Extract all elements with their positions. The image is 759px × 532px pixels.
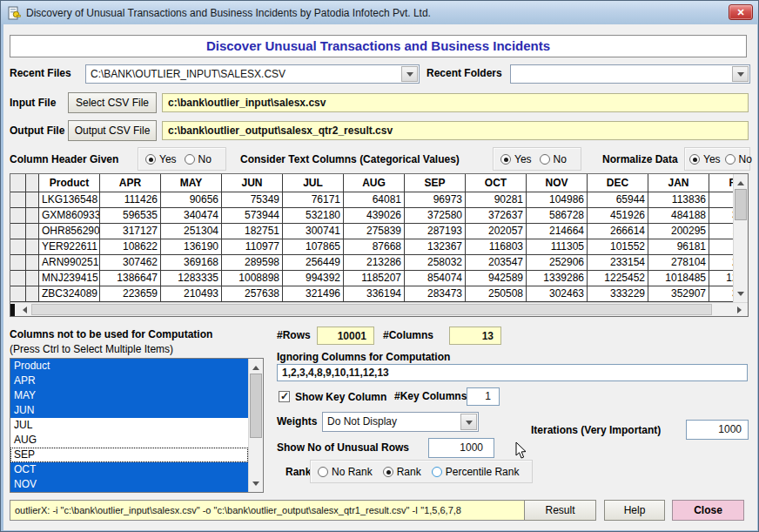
grid-cell[interactable]: 96181 [648,239,709,255]
grid-cell[interactable]: 1283335 [161,271,222,286]
list-item-nov[interactable]: NOV [10,477,248,492]
list-item-jul[interactable]: JUL [10,418,248,433]
grid-horizontal-scrollbar[interactable] [10,302,748,316]
grid-cell[interactable]: 317127 [100,224,161,239]
row-selector[interactable] [26,192,39,208]
grid-cell[interactable]: 369168 [161,255,222,271]
grid-cell[interactable]: 484188 [648,208,709,224]
scrollbar-thumb[interactable] [735,189,747,220]
grid-cell[interactable]: 532180 [283,208,344,224]
grid-cell[interactable]: 352907 [648,286,709,302]
grid-cell[interactable]: 275839 [344,224,405,239]
list-item-oct[interactable]: OCT [10,462,248,477]
grid-cell[interactable]: 1339286 [527,271,588,286]
grid-cell[interactable]: 203547 [466,255,527,271]
grid-cell[interactable]: 257638 [222,286,283,302]
grid-cell[interactable]: 573944 [222,208,283,224]
radio-yes[interactable]: Yes [689,153,721,165]
grid-cell[interactable]: 439026 [344,208,405,224]
scroll-down-icon[interactable] [734,288,748,302]
chevron-down-icon[interactable] [732,66,749,82]
grid-cell[interactable]: 258032 [405,255,466,271]
grid-cell[interactable]: 223659 [100,286,161,302]
radio-button-icon[interactable] [540,154,550,165]
unusual-rows-input[interactable]: 1000 [428,438,494,458]
radio-button-icon[interactable] [725,154,735,165]
recent-folders-combobox[interactable] [510,64,750,84]
radio-button-icon[interactable] [689,154,700,165]
grid-cell[interactable]: 289598 [222,255,283,271]
grid-cell[interactable]: 233154 [588,255,648,271]
grid-cell[interactable]: 213286 [344,255,405,271]
ignoring-columns-input[interactable]: 1,2,3,4,8,9,10,11,12,13 [277,364,748,381]
scroll-up-icon[interactable] [249,359,263,373]
grid-cell[interactable]: 90656 [161,192,222,208]
grid-cell[interactable]: 266614 [588,224,648,239]
help-button[interactable]: Help [604,500,665,521]
radio-yes[interactable]: Yes [145,153,177,165]
scrollbar-thumb[interactable] [250,374,262,438]
grid-cell[interactable]: 200295 [648,224,709,239]
grid-cell[interactable]: 372580 [405,208,466,224]
input-file-field[interactable]: c:\bank\outlier_input\salesx.csv [162,93,749,112]
list-item-may[interactable]: MAY [10,388,248,403]
show-key-column-checkbox[interactable] [279,391,290,402]
scroll-up-icon[interactable] [734,174,748,188]
key-columns-count-input[interactable]: 1 [467,387,500,406]
grid-cell[interactable]: 302463 [527,286,588,302]
grid-cell[interactable]: 287193 [405,224,466,239]
grid-cell[interactable]: 64081 [344,192,405,208]
grid-cell[interactable]: 854074 [405,271,466,286]
grid-cell[interactable]: 75349 [222,192,283,208]
grid-cell[interactable]: 90281 [466,192,527,208]
window-close-button[interactable]: ✕ [729,4,753,20]
data-grid[interactable]: ProductAPRMAYJUNJULAUGSEPOCTNOVDECJANFEB… [10,173,749,317]
output-csv-file-button[interactable]: Output CSV File [68,120,157,141]
radio-button-icon[interactable] [185,154,195,165]
grid-cell[interactable]: 256449 [283,255,344,271]
list-item-jun[interactable]: JUN [10,403,248,418]
row-selector[interactable] [26,271,39,286]
grid-cell[interactable]: 111305 [527,239,588,255]
row-selector[interactable] [26,286,39,302]
grid-cell[interactable]: MNJ239415 [39,271,100,286]
grid-cell[interactable]: 1386647 [100,271,161,286]
scroll-left-icon[interactable] [16,303,30,317]
title-bar[interactable]: Discovery of Unusual Transactions and Bu… [1,1,758,24]
row-selector[interactable] [10,255,26,271]
radio-button-icon[interactable] [383,467,393,477]
grid-vertical-scrollbar[interactable] [733,174,748,302]
grid-cell[interactable]: 1225452 [588,271,648,286]
grid-split-handle[interactable] [10,304,15,316]
radio-no[interactable]: No [725,153,752,165]
output-file-field[interactable]: c:\bank\outlier_output\salesx_qtr2_resul… [162,121,749,140]
row-selector[interactable] [10,239,26,255]
grid-cell[interactable]: ARN990251 [39,255,100,271]
grid-cell[interactable]: 283473 [405,286,466,302]
grid-cell[interactable]: 113836 [648,192,709,208]
grid-cell[interactable]: 111426 [100,192,161,208]
radio-button-icon[interactable] [432,467,442,477]
list-item-apr[interactable]: APR [10,374,248,388]
grid-cell[interactable]: 136190 [161,239,222,255]
radio-percentile-rank[interactable]: Percentile Rank [432,466,520,478]
exclude-columns-listbox[interactable]: ProductAPRMAYJUNJULAUGSEPOCTNOV [10,358,264,493]
radio-button-icon[interactable] [500,154,511,165]
grid-cell[interactable]: 116803 [466,239,527,255]
grid-cell[interactable]: 942589 [466,271,527,286]
grid-cell[interactable]: 994392 [283,271,344,286]
grid-cell[interactable]: 278104 [648,255,709,271]
grid-cell[interactable]: OHR856290 [39,224,100,239]
radio-yes[interactable]: Yes [500,153,532,165]
iterations-input[interactable]: 1000 [686,420,749,440]
grid-cell[interactable]: YER922611 [39,239,100,255]
grid-cell[interactable]: 65944 [588,192,648,208]
grid-cell[interactable]: LKG136548 [39,192,100,208]
grid-cell[interactable]: 1008898 [222,271,283,286]
result-button[interactable]: Result [524,500,596,521]
grid-cell[interactable]: 76171 [283,192,344,208]
grid-cell[interactable]: 104986 [527,192,588,208]
grid-cell[interactable]: 87668 [344,239,405,255]
grid-cell[interactable]: 108622 [100,239,161,255]
grid-cell[interactable]: 1018485 [648,271,709,286]
